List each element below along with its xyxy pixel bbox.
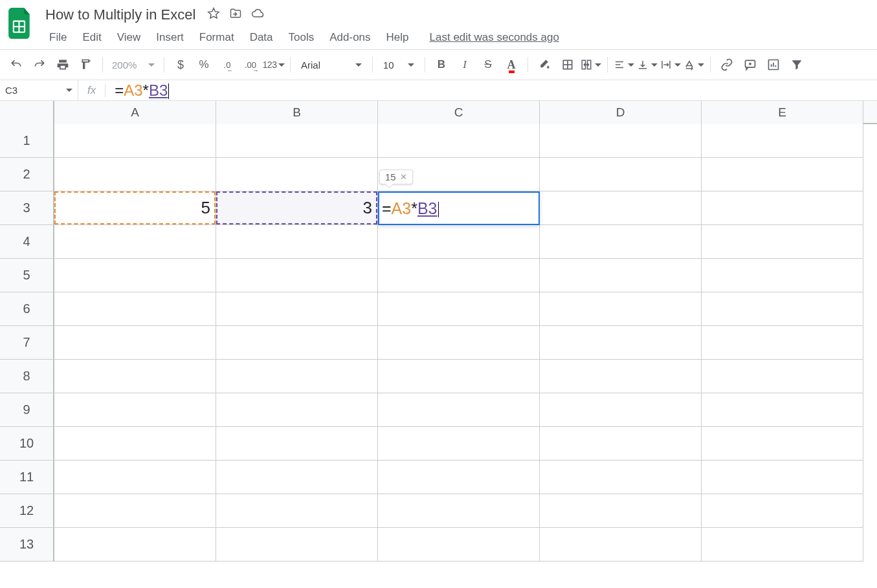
- cell-E5[interactable]: [702, 259, 863, 292]
- cell-C7[interactable]: [378, 326, 540, 360]
- text-wrap-button[interactable]: [660, 54, 682, 76]
- document-title[interactable]: How to Multiply in Excel: [43, 5, 198, 25]
- insert-chart-button[interactable]: [762, 54, 784, 76]
- horizontal-align-button[interactable]: [613, 54, 635, 76]
- vertical-align-button[interactable]: [636, 54, 658, 76]
- cell-E4[interactable]: [702, 225, 863, 259]
- last-edit-link[interactable]: Last edit was seconds ago: [430, 31, 559, 44]
- cell-A12[interactable]: [54, 494, 216, 528]
- cell-B10[interactable]: [216, 427, 378, 461]
- cell-A1[interactable]: [54, 124, 216, 158]
- insert-comment-button[interactable]: [739, 54, 761, 76]
- cell-A2[interactable]: [54, 158, 216, 191]
- select-all-corner[interactable]: [0, 101, 54, 124]
- menu-data[interactable]: Data: [243, 28, 280, 47]
- cell-E1[interactable]: [702, 124, 863, 158]
- cell-E13[interactable]: [702, 528, 863, 561]
- cell-D9[interactable]: [540, 393, 702, 427]
- merge-cells-button[interactable]: [580, 54, 602, 76]
- col-header-C[interactable]: C: [378, 101, 540, 124]
- cell-B5[interactable]: [216, 259, 378, 292]
- cell-A3[interactable]: 5: [54, 191, 216, 225]
- app-icon[interactable]: [6, 8, 35, 39]
- row-header-6[interactable]: 6: [0, 292, 54, 326]
- borders-button[interactable]: [557, 54, 579, 76]
- print-button[interactable]: [52, 54, 74, 76]
- cell-A11[interactable]: [54, 461, 216, 494]
- cell-B2[interactable]: [216, 158, 378, 191]
- italic-button[interactable]: I: [454, 54, 476, 76]
- filter-button[interactable]: [786, 54, 808, 76]
- cell-A10[interactable]: [54, 427, 216, 461]
- cell-D8[interactable]: [540, 360, 702, 393]
- name-box[interactable]: C3: [0, 80, 78, 100]
- percent-button[interactable]: %: [193, 54, 215, 76]
- bold-button[interactable]: B: [430, 54, 452, 76]
- menu-help[interactable]: Help: [380, 28, 416, 47]
- cell-B6[interactable]: [216, 292, 378, 326]
- redo-button[interactable]: [28, 54, 50, 76]
- text-rotation-button[interactable]: [683, 54, 705, 76]
- cell-A8[interactable]: [54, 360, 216, 393]
- cell-C3[interactable]: 15 ✕ =A3*B3: [378, 191, 540, 225]
- cell-A6[interactable]: [54, 292, 216, 326]
- insert-link-button[interactable]: [716, 54, 738, 76]
- decrease-decimal-button[interactable]: .0←: [216, 54, 238, 76]
- cell-E2[interactable]: [702, 158, 863, 191]
- cell-C5[interactable]: [378, 259, 540, 292]
- cell-C11[interactable]: [378, 461, 540, 494]
- menu-insert[interactable]: Insert: [150, 28, 190, 47]
- menu-addons[interactable]: Add-ons: [323, 28, 377, 47]
- cell-C4[interactable]: [378, 225, 540, 259]
- col-header-D[interactable]: D: [540, 101, 702, 124]
- row-header-7[interactable]: 7: [0, 326, 54, 360]
- menu-file[interactable]: File: [43, 28, 73, 47]
- menu-edit[interactable]: Edit: [76, 28, 107, 47]
- menu-format[interactable]: Format: [193, 28, 241, 47]
- row-header-11[interactable]: 11: [0, 461, 54, 494]
- cell-E10[interactable]: [702, 427, 863, 461]
- row-header-8[interactable]: 8: [0, 360, 54, 393]
- fill-color-button[interactable]: [533, 54, 555, 76]
- font-select[interactable]: Arial: [296, 55, 367, 74]
- row-header-1[interactable]: 1: [0, 124, 54, 158]
- cell-D11[interactable]: [540, 461, 702, 494]
- cell-E9[interactable]: [702, 393, 863, 427]
- more-formats-button[interactable]: 123: [263, 54, 285, 76]
- row-header-10[interactable]: 10: [0, 427, 54, 461]
- menu-view[interactable]: View: [111, 28, 148, 47]
- cell-D6[interactable]: [540, 292, 702, 326]
- cell-A13[interactable]: [54, 528, 216, 561]
- cell-E7[interactable]: [702, 326, 863, 360]
- cell-D3[interactable]: [540, 191, 702, 225]
- move-folder-icon[interactable]: [229, 7, 242, 23]
- col-header-A[interactable]: A: [54, 101, 216, 124]
- cell-B7[interactable]: [216, 326, 378, 360]
- strikethrough-button[interactable]: S: [477, 54, 499, 76]
- cell-C13[interactable]: [378, 528, 540, 561]
- font-size-select[interactable]: 10: [378, 55, 419, 74]
- row-header-5[interactable]: 5: [0, 259, 54, 292]
- cloud-status-icon[interactable]: [251, 7, 264, 23]
- cell-D10[interactable]: [540, 427, 702, 461]
- cell-C10[interactable]: [378, 427, 540, 461]
- cell-A7[interactable]: [54, 326, 216, 360]
- cell-E8[interactable]: [702, 360, 863, 393]
- cell-D7[interactable]: [540, 326, 702, 360]
- cell-B13[interactable]: [216, 528, 378, 561]
- cell-C1[interactable]: [378, 124, 540, 158]
- cell-A4[interactable]: [54, 225, 216, 259]
- menu-tools[interactable]: Tools: [282, 28, 321, 47]
- cell-C9[interactable]: [378, 393, 540, 427]
- cell-D1[interactable]: [540, 124, 702, 158]
- tooltip-close-icon[interactable]: ✕: [400, 172, 407, 182]
- cell-B11[interactable]: [216, 461, 378, 494]
- currency-button[interactable]: $: [170, 54, 192, 76]
- col-header-E[interactable]: E: [702, 101, 863, 124]
- undo-button[interactable]: [5, 54, 27, 76]
- paint-format-button[interactable]: [75, 54, 97, 76]
- row-header-13[interactable]: 13: [0, 528, 54, 561]
- col-header-B[interactable]: B: [216, 101, 378, 124]
- cell-A9[interactable]: [54, 393, 216, 427]
- cell-D4[interactable]: [540, 225, 702, 259]
